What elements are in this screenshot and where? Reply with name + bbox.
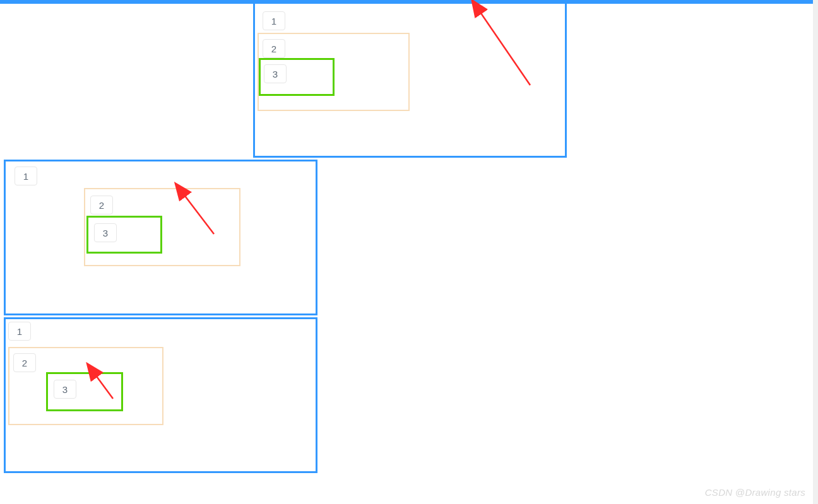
svg-line-1 bbox=[184, 194, 214, 234]
watermark: CSDN @Drawing stars bbox=[705, 487, 805, 498]
svg-line-2 bbox=[95, 375, 113, 399]
num-tag-3: 3 bbox=[54, 380, 76, 399]
num-tag-1: 1 bbox=[15, 167, 37, 185]
blue-box-c: 1 2 3 bbox=[4, 317, 317, 473]
num-tag-1: 1 bbox=[8, 322, 31, 341]
num-tag-2: 2 bbox=[90, 196, 113, 214]
blue-box-b: 1 2 3 bbox=[4, 160, 317, 315]
arrow-b bbox=[176, 187, 233, 243]
arrow-a bbox=[467, 0, 593, 101]
num-tag-2: 2 bbox=[263, 39, 285, 58]
arrow-c bbox=[88, 368, 126, 406]
num-tag-3: 3 bbox=[94, 223, 117, 242]
num-tag-2: 2 bbox=[13, 353, 36, 372]
num-tag-1: 1 bbox=[263, 11, 285, 30]
num-tag-3: 3 bbox=[264, 64, 287, 83]
right-gutter bbox=[813, 0, 818, 504]
svg-line-0 bbox=[480, 11, 530, 85]
